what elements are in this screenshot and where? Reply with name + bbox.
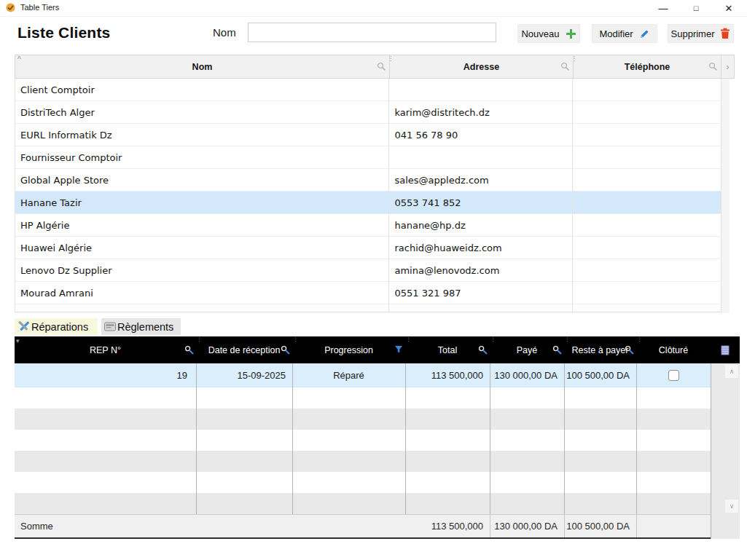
cell-nom: Mourad Amrani bbox=[15, 282, 389, 304]
cell-adresse: sales@appledz.com bbox=[389, 169, 573, 191]
tab-reparations-label: Réparations bbox=[31, 321, 88, 333]
column-header-reste-a-payer[interactable]: ⋮ Reste à payer bbox=[564, 336, 636, 363]
repair-row-selected[interactable]: 19 15-09-2025 Réparé 113 500,000 130 000… bbox=[15, 363, 711, 387]
cell-adresse: hanane@hp.dz bbox=[389, 214, 573, 236]
column-chooser-cell[interactable] bbox=[711, 336, 740, 363]
sort-ascending-icon: ^ bbox=[17, 55, 21, 63]
search-column-icon[interactable] bbox=[552, 345, 562, 355]
cell-adresse: amina@lenovodz.com bbox=[389, 259, 573, 281]
cell-telephone bbox=[573, 124, 721, 146]
cell-telephone bbox=[573, 259, 721, 281]
column-grip-icon: ⋮ bbox=[388, 55, 394, 62]
minimize-button[interactable]: — bbox=[651, 0, 676, 16]
column-divider bbox=[636, 363, 637, 514]
cell-telephone bbox=[573, 214, 721, 236]
client-row[interactable]: Fournisseur Comptoir bbox=[15, 146, 721, 169]
column-divider bbox=[490, 363, 490, 514]
search-column-icon[interactable] bbox=[560, 62, 570, 71]
column-header-rep-no[interactable]: ▾ REP N° bbox=[15, 336, 196, 363]
new-button[interactable]: Nouveau bbox=[517, 24, 580, 43]
repairs-vertical-scrollbar[interactable]: ∧ ∨ bbox=[711, 363, 740, 539]
column-grip-icon: ⋮ bbox=[637, 336, 642, 342]
column-header-paye[interactable]: ⋮ Payé bbox=[490, 336, 564, 363]
column-header-adresse-label: Adresse bbox=[464, 62, 499, 72]
cell-telephone bbox=[573, 237, 721, 259]
filter-funnel-icon[interactable] bbox=[394, 345, 403, 354]
maximize-button[interactable]: □ bbox=[684, 0, 708, 16]
cell-telephone bbox=[573, 146, 721, 168]
column-header-cloture[interactable]: ⋮ Clôturé bbox=[636, 336, 711, 363]
client-row[interactable]: Client Comptoir bbox=[15, 79, 721, 101]
cell-adresse: rachid@huaweidz.com bbox=[389, 237, 573, 259]
cell-adresse: 041 56 78 90 bbox=[389, 124, 573, 146]
column-overflow-chevron-icon[interactable]: › bbox=[721, 55, 735, 79]
cell-telephone bbox=[573, 282, 721, 304]
search-column-icon[interactable] bbox=[184, 345, 194, 355]
column-grip-icon: ⋮ bbox=[406, 336, 411, 342]
column-header-total-label: Total bbox=[438, 345, 457, 355]
pencil-icon bbox=[639, 28, 650, 39]
tab-reglements[interactable]: Règlements bbox=[101, 318, 181, 335]
cell-nom: Huawei Algérie bbox=[15, 237, 389, 259]
client-row[interactable]: DistriTech Alger karim@distritech.dz bbox=[15, 101, 721, 124]
cell-date-reception: 15-09-2025 bbox=[196, 363, 292, 387]
search-input[interactable] bbox=[248, 23, 496, 42]
tab-reglements-label: Règlements bbox=[117, 321, 173, 333]
clients-vertical-scrollbar[interactable] bbox=[721, 79, 730, 313]
column-header-total[interactable]: ⋮ Total bbox=[405, 336, 490, 363]
column-header-nom[interactable]: ^ Nom bbox=[15, 55, 390, 79]
client-row[interactable]: EURL Informatik Dz 041 56 78 90 bbox=[15, 124, 721, 146]
header-dropdown-icon[interactable]: ▾ bbox=[16, 337, 20, 344]
search-column-icon[interactable] bbox=[281, 345, 290, 355]
summary-row: Somme 113 500,000 130 000,00 DA 100 500,… bbox=[15, 514, 740, 539]
cell-nom: Lenovo Dz Supplier bbox=[15, 259, 389, 281]
cell-nom: Hanane Tazir bbox=[15, 192, 389, 213]
delete-button[interactable]: Supprimer bbox=[668, 24, 734, 43]
client-row[interactable]: Lenovo Dz Supplier amina@lenovodz.com bbox=[15, 259, 721, 282]
cell-adresse: 0553 741 852 bbox=[389, 192, 573, 213]
search-column-icon[interactable] bbox=[625, 345, 634, 355]
column-header-telephone[interactable]: ⋮ Téléphone bbox=[574, 55, 721, 79]
column-divider bbox=[196, 363, 197, 514]
table-tiers-window: Table Tiers — □ ✕ Liste Clients Nom Nouv… bbox=[0, 0, 747, 560]
column-chooser-icon[interactable] bbox=[721, 345, 730, 355]
summary-reste: 100 500,00 DA bbox=[564, 515, 636, 537]
column-header-progression-label: Progression bbox=[324, 345, 373, 355]
delete-button-label: Supprimer bbox=[671, 28, 715, 39]
search-column-icon[interactable] bbox=[377, 62, 386, 71]
client-row[interactable]: Huawei Algérie rachid@huaweidz.com bbox=[15, 237, 721, 259]
column-grip-icon: ⋮ bbox=[490, 336, 496, 342]
column-header-adresse[interactable]: ⋮ Adresse bbox=[390, 55, 574, 79]
column-header-date-label: Date de réception bbox=[208, 345, 281, 355]
cell-total: 113 500,000 bbox=[405, 363, 490, 387]
window-title: Table Tiers bbox=[20, 3, 59, 12]
search-column-icon[interactable] bbox=[478, 345, 488, 355]
cell-telephone bbox=[573, 79, 721, 100]
cell-adresse: karim@distritech.dz bbox=[389, 101, 573, 123]
trash-icon bbox=[720, 28, 730, 39]
cell-telephone bbox=[573, 101, 721, 123]
search-column-icon[interactable] bbox=[708, 62, 718, 71]
plus-icon bbox=[566, 28, 576, 39]
client-row[interactable]: HP Algérie hanane@hp.dz bbox=[15, 214, 721, 237]
tab-reparations[interactable]: Réparations bbox=[15, 318, 98, 335]
edit-button[interactable]: Modifier bbox=[592, 24, 657, 43]
scroll-down-icon[interactable]: ∨ bbox=[725, 500, 738, 513]
cell-nom: HP Algérie bbox=[15, 214, 389, 236]
repairs-table: ▾ REP N° ⋮ Date de réception ⋮ Progressi… bbox=[15, 336, 740, 539]
close-button[interactable]: ✕ bbox=[716, 0, 741, 16]
repairs-table-header: ▾ REP N° ⋮ Date de réception ⋮ Progressi… bbox=[15, 336, 740, 363]
client-row[interactable]: Global Apple Store sales@appledz.com bbox=[15, 169, 721, 192]
column-header-progression[interactable]: ⋮ Progression bbox=[292, 336, 405, 363]
cell-reste-a-payer: 100 500,00 DA bbox=[564, 363, 636, 387]
column-header-paye-label: Payé bbox=[517, 345, 538, 355]
cloture-checkbox[interactable] bbox=[668, 370, 679, 381]
client-row-selected[interactable]: Hanane Tazir 0553 741 852 bbox=[15, 192, 721, 214]
summary-total: 113 500,000 bbox=[405, 515, 490, 537]
cell-cloture bbox=[636, 363, 711, 387]
client-row[interactable]: Mourad Amrani 0551 321 987 bbox=[15, 282, 721, 304]
cell-adresse bbox=[389, 146, 573, 168]
column-header-date-reception[interactable]: ⋮ Date de réception bbox=[196, 336, 292, 363]
scroll-up-icon[interactable]: ∧ bbox=[725, 365, 738, 378]
column-header-nom-label: Nom bbox=[192, 62, 213, 72]
